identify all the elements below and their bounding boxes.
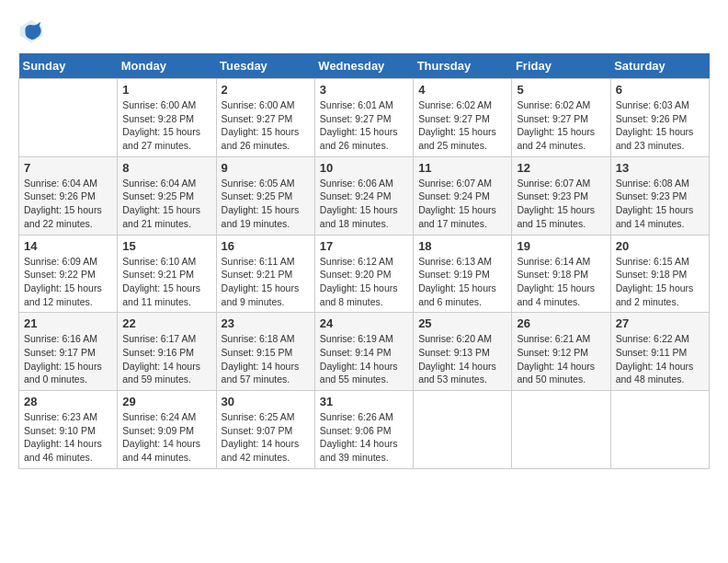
day-info: Sunrise: 6:05 AM Sunset: 9:25 PM Dayligh… [222, 177, 310, 231]
day-header-monday: Monday [118, 53, 216, 79]
calendar-cell [610, 391, 709, 469]
calendar-cell: 24Sunrise: 6:19 AM Sunset: 9:14 PM Dayli… [314, 313, 413, 391]
page-header [18, 18, 710, 44]
day-number: 4 [418, 83, 506, 97]
day-number: 17 [320, 239, 408, 253]
day-number: 18 [418, 239, 506, 253]
calendar-cell: 28Sunrise: 6:23 AM Sunset: 9:10 PM Dayli… [19, 391, 118, 469]
calendar-cell: 22Sunrise: 6:17 AM Sunset: 9:16 PM Dayli… [118, 313, 216, 391]
calendar-cell: 23Sunrise: 6:18 AM Sunset: 9:15 PM Dayli… [216, 313, 314, 391]
calendar-cell: 18Sunrise: 6:13 AM Sunset: 9:19 PM Dayli… [414, 235, 512, 313]
day-info: Sunrise: 6:13 AM Sunset: 9:19 PM Dayligh… [418, 255, 506, 309]
day-info: Sunrise: 6:23 AM Sunset: 9:10 PM Dayligh… [24, 410, 112, 465]
calendar-cell: 26Sunrise: 6:21 AM Sunset: 9:12 PM Dayli… [512, 313, 610, 391]
day-number: 13 [616, 161, 704, 175]
day-number: 10 [320, 161, 408, 175]
calendar-cell: 31Sunrise: 6:26 AM Sunset: 9:06 PM Dayli… [314, 391, 413, 469]
day-header-thursday: Thursday [414, 53, 512, 79]
calendar-cell: 20Sunrise: 6:15 AM Sunset: 9:18 PM Dayli… [610, 235, 709, 313]
calendar-cell: 14Sunrise: 6:09 AM Sunset: 9:22 PM Dayli… [19, 235, 118, 313]
day-info: Sunrise: 6:02 AM Sunset: 9:27 PM Dayligh… [418, 98, 506, 153]
day-number: 16 [222, 239, 310, 253]
day-info: Sunrise: 6:15 AM Sunset: 9:18 PM Dayligh… [616, 255, 704, 309]
calendar-cell: 25Sunrise: 6:20 AM Sunset: 9:13 PM Dayli… [414, 313, 512, 391]
day-info: Sunrise: 6:02 AM Sunset: 9:27 PM Dayligh… [517, 98, 605, 153]
day-info: Sunrise: 6:04 AM Sunset: 9:25 PM Dayligh… [122, 177, 210, 231]
day-number: 22 [122, 316, 210, 330]
day-info: Sunrise: 6:16 AM Sunset: 9:17 PM Dayligh… [24, 332, 112, 386]
calendar-week-row: 14Sunrise: 6:09 AM Sunset: 9:22 PM Dayli… [19, 235, 710, 313]
calendar-cell: 3Sunrise: 6:01 AM Sunset: 9:27 PM Daylig… [314, 79, 413, 157]
day-info: Sunrise: 6:11 AM Sunset: 9:21 PM Dayligh… [222, 255, 310, 309]
day-info: Sunrise: 6:00 AM Sunset: 9:28 PM Dayligh… [122, 98, 210, 153]
calendar-cell: 4Sunrise: 6:02 AM Sunset: 9:27 PM Daylig… [414, 79, 512, 157]
day-number: 12 [517, 161, 605, 175]
day-header-wednesday: Wednesday [314, 53, 413, 79]
calendar-week-row: 1Sunrise: 6:00 AM Sunset: 9:28 PM Daylig… [19, 79, 710, 157]
day-number: 31 [320, 395, 408, 408]
day-info: Sunrise: 6:04 AM Sunset: 9:26 PM Dayligh… [24, 177, 112, 231]
calendar-cell: 7Sunrise: 6:04 AM Sunset: 9:26 PM Daylig… [19, 156, 118, 235]
calendar-table: SundayMondayTuesdayWednesdayThursdayFrid… [18, 53, 710, 469]
day-number: 26 [517, 316, 605, 330]
day-info: Sunrise: 6:00 AM Sunset: 9:27 PM Dayligh… [222, 98, 310, 153]
day-info: Sunrise: 6:06 AM Sunset: 9:24 PM Dayligh… [320, 177, 408, 231]
day-info: Sunrise: 6:26 AM Sunset: 9:06 PM Dayligh… [320, 410, 408, 465]
day-info: Sunrise: 6:14 AM Sunset: 9:18 PM Dayligh… [517, 255, 605, 309]
day-number: 21 [24, 316, 112, 330]
day-number: 9 [222, 161, 310, 175]
day-number: 1 [122, 83, 210, 97]
calendar-cell [19, 79, 118, 157]
day-info: Sunrise: 6:01 AM Sunset: 9:27 PM Dayligh… [320, 98, 408, 153]
day-number: 24 [320, 316, 408, 330]
day-header-sunday: Sunday [19, 53, 118, 79]
day-info: Sunrise: 6:20 AM Sunset: 9:13 PM Dayligh… [418, 332, 506, 386]
calendar-cell: 11Sunrise: 6:07 AM Sunset: 9:24 PM Dayli… [414, 156, 512, 235]
calendar-cell: 1Sunrise: 6:00 AM Sunset: 9:28 PM Daylig… [118, 79, 216, 157]
calendar-cell: 15Sunrise: 6:10 AM Sunset: 9:21 PM Dayli… [118, 235, 216, 313]
day-number: 28 [24, 395, 112, 408]
calendar-week-row: 7Sunrise: 6:04 AM Sunset: 9:26 PM Daylig… [19, 156, 710, 235]
calendar-cell: 5Sunrise: 6:02 AM Sunset: 9:27 PM Daylig… [512, 79, 610, 157]
calendar-header-row: SundayMondayTuesdayWednesdayThursdayFrid… [19, 53, 710, 79]
day-number: 5 [517, 83, 605, 97]
day-info: Sunrise: 6:21 AM Sunset: 9:12 PM Dayligh… [517, 332, 605, 386]
day-number: 2 [222, 83, 310, 97]
calendar-cell: 10Sunrise: 6:06 AM Sunset: 9:24 PM Dayli… [314, 156, 413, 235]
calendar-cell: 2Sunrise: 6:00 AM Sunset: 9:27 PM Daylig… [216, 79, 314, 157]
day-header-friday: Friday [512, 53, 610, 79]
calendar-cell: 27Sunrise: 6:22 AM Sunset: 9:11 PM Dayli… [610, 313, 709, 391]
logo [18, 18, 48, 44]
day-info: Sunrise: 6:22 AM Sunset: 9:11 PM Dayligh… [616, 332, 704, 386]
calendar-cell: 8Sunrise: 6:04 AM Sunset: 9:25 PM Daylig… [118, 156, 216, 235]
day-number: 30 [222, 395, 310, 408]
day-number: 29 [122, 395, 210, 408]
calendar-cell [512, 391, 610, 469]
calendar-cell: 19Sunrise: 6:14 AM Sunset: 9:18 PM Dayli… [512, 235, 610, 313]
day-info: Sunrise: 6:08 AM Sunset: 9:23 PM Dayligh… [616, 177, 704, 231]
logo-icon [18, 18, 44, 44]
day-info: Sunrise: 6:17 AM Sunset: 9:16 PM Dayligh… [122, 332, 210, 386]
day-info: Sunrise: 6:03 AM Sunset: 9:26 PM Dayligh… [616, 98, 704, 153]
day-number: 11 [418, 161, 506, 175]
day-number: 19 [517, 239, 605, 253]
calendar-cell [414, 391, 512, 469]
day-number: 14 [24, 239, 112, 253]
day-info: Sunrise: 6:07 AM Sunset: 9:23 PM Dayligh… [517, 177, 605, 231]
day-number: 8 [122, 161, 210, 175]
calendar-week-row: 28Sunrise: 6:23 AM Sunset: 9:10 PM Dayli… [19, 391, 710, 469]
day-number: 25 [418, 316, 506, 330]
day-number: 23 [222, 316, 310, 330]
day-header-saturday: Saturday [610, 53, 709, 79]
calendar-cell: 9Sunrise: 6:05 AM Sunset: 9:25 PM Daylig… [216, 156, 314, 235]
day-number: 6 [616, 83, 704, 97]
day-number: 7 [24, 161, 112, 175]
day-header-tuesday: Tuesday [216, 53, 314, 79]
calendar-cell: 6Sunrise: 6:03 AM Sunset: 9:26 PM Daylig… [610, 79, 709, 157]
day-info: Sunrise: 6:12 AM Sunset: 9:20 PM Dayligh… [320, 255, 408, 309]
calendar-cell: 30Sunrise: 6:25 AM Sunset: 9:07 PM Dayli… [216, 391, 314, 469]
day-info: Sunrise: 6:09 AM Sunset: 9:22 PM Dayligh… [24, 255, 112, 309]
calendar-cell: 12Sunrise: 6:07 AM Sunset: 9:23 PM Dayli… [512, 156, 610, 235]
calendar-cell: 29Sunrise: 6:24 AM Sunset: 9:09 PM Dayli… [118, 391, 216, 469]
day-info: Sunrise: 6:25 AM Sunset: 9:07 PM Dayligh… [222, 410, 310, 465]
